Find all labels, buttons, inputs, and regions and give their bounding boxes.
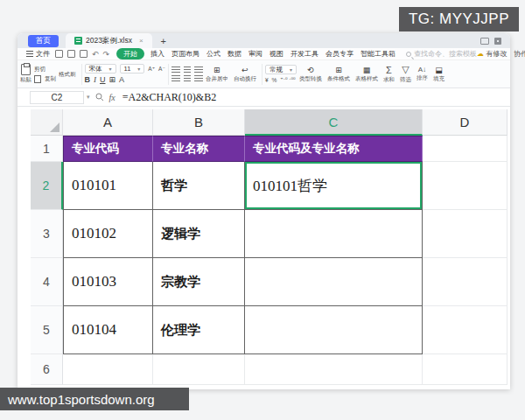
- cell-d2[interactable]: [423, 162, 508, 210]
- cell-a4[interactable]: 010103: [63, 258, 153, 306]
- align-left-icon[interactable]: [172, 75, 180, 82]
- table-row: 2 010101 哲学 010101哲学: [31, 162, 508, 210]
- number-format-select[interactable]: 常规▾: [265, 65, 297, 74]
- row-header-2[interactable]: 2: [31, 162, 63, 210]
- tab-review[interactable]: 审阅: [248, 49, 262, 59]
- merge-center-button[interactable]: ⊞ 合并居中: [206, 66, 228, 83]
- cell-d6[interactable]: [423, 354, 508, 385]
- cell-d3[interactable]: [423, 210, 508, 258]
- tab-membership[interactable]: 会员专享: [326, 49, 354, 59]
- zoom-formula-icon[interactable]: [95, 93, 104, 102]
- spreadsheet-file-icon: [74, 37, 82, 45]
- sort-button[interactable]: A↓ 排序: [416, 66, 428, 82]
- cell-d5[interactable]: [423, 306, 508, 354]
- formula-input[interactable]: =A2&CHAR(10)&B2: [122, 91, 216, 104]
- italic-button[interactable]: I: [94, 75, 96, 84]
- fx-icon[interactable]: fx: [109, 93, 116, 102]
- column-header-b[interactable]: B: [153, 109, 245, 136]
- underline-button[interactable]: U: [100, 75, 106, 84]
- bold-button[interactable]: B: [85, 75, 91, 84]
- conditional-format-button[interactable]: ⊞ 条件格式: [327, 66, 350, 83]
- cell-b4[interactable]: 宗教学: [153, 258, 245, 306]
- cell-d1[interactable]: [423, 136, 508, 162]
- font-size-select[interactable]: 11▾: [120, 64, 145, 74]
- font-name-select[interactable]: 宋体▾: [85, 64, 116, 74]
- cell-a5[interactable]: 010104: [63, 306, 153, 354]
- new-tab-button[interactable]: +: [161, 36, 166, 46]
- collaborate-button[interactable]: 协作: [514, 49, 525, 59]
- row-header-6[interactable]: 6: [31, 354, 63, 385]
- home-button[interactable]: 首页: [28, 35, 59, 47]
- cell-a2[interactable]: 010101: [63, 162, 153, 210]
- modified-status[interactable]: ☁ 有修改: [477, 49, 507, 59]
- cell-c4[interactable]: [245, 258, 423, 306]
- cell-d4[interactable]: [423, 258, 508, 306]
- cell-b6[interactable]: [153, 354, 245, 385]
- undo-icon[interactable]: ↶: [92, 50, 99, 59]
- cell-c6[interactable]: [245, 354, 423, 385]
- percent-button[interactable]: %: [272, 77, 277, 83]
- row-header-4[interactable]: 4: [31, 258, 63, 306]
- cell-b5[interactable]: 伦理学: [153, 306, 245, 354]
- cell-c5[interactable]: [245, 306, 423, 354]
- document-tab[interactable]: 2023案例.xlsx ×: [66, 33, 152, 48]
- tab-smart-toolbox[interactable]: 智能工具箱: [360, 49, 396, 59]
- align-bottom-icon[interactable]: [194, 66, 203, 74]
- column-header-d[interactable]: D: [423, 109, 508, 136]
- select-all-corner[interactable]: [31, 109, 63, 136]
- apps-grid-icon[interactable]: [494, 38, 501, 45]
- column-header-c[interactable]: C: [245, 109, 423, 136]
- align-top-icon[interactable]: [172, 66, 180, 74]
- row-header-3[interactable]: 3: [31, 210, 63, 258]
- command-search-input[interactable]: 查找命令、搜索模板: [406, 49, 477, 59]
- cell-a1[interactable]: 专业代码: [63, 136, 153, 162]
- wrap-text-button[interactable]: ↩ 自动换行: [234, 66, 256, 83]
- align-center-icon[interactable]: [184, 75, 191, 82]
- tab-view[interactable]: 视图: [270, 49, 284, 59]
- save-icon[interactable]: [55, 50, 63, 58]
- tab-data[interactable]: 数据: [228, 49, 242, 59]
- chevron-down-icon[interactable]: ▾: [87, 94, 90, 101]
- table-row: 3 010102 逻辑学: [31, 210, 508, 258]
- cell-b2[interactable]: 哲学: [153, 162, 245, 210]
- file-menu[interactable]: 文件: [26, 49, 50, 59]
- cell-a3[interactable]: 010102: [63, 210, 153, 258]
- tab-page-layout[interactable]: 页面布局: [172, 49, 200, 59]
- shrink-font-button[interactable]: A⁻: [158, 66, 165, 73]
- close-tab-icon[interactable]: ×: [139, 37, 144, 45]
- currency-button[interactable]: ¥: [265, 77, 269, 83]
- format-painter-button[interactable]: 格式刷: [59, 70, 76, 79]
- tab-formulas[interactable]: 公式: [206, 49, 220, 59]
- redo-icon[interactable]: ↷: [103, 50, 110, 59]
- cell-b3[interactable]: 逻辑学: [153, 210, 245, 258]
- borders-button[interactable]: ⊞: [109, 75, 116, 84]
- cell-b1[interactable]: 专业名称: [153, 136, 245, 162]
- preview-icon[interactable]: [80, 50, 88, 58]
- cell-a6[interactable]: [63, 354, 153, 385]
- filter-button[interactable]: ▽ 筛选: [400, 64, 411, 84]
- split-window-icon[interactable]: [480, 38, 489, 45]
- cell-c3[interactable]: [245, 210, 423, 258]
- copy-button[interactable]: 复制: [34, 75, 56, 83]
- row-header-5[interactable]: 5: [31, 306, 63, 354]
- name-box[interactable]: C2: [30, 91, 84, 104]
- column-header-a[interactable]: A: [63, 109, 153, 136]
- tab-home[interactable]: 开始: [116, 48, 144, 60]
- cell-c1[interactable]: 专业代码及专业名称: [245, 136, 423, 162]
- align-middle-icon[interactable]: [184, 66, 191, 74]
- cell-c2-active[interactable]: 010101哲学: [245, 162, 423, 210]
- row-header-1[interactable]: 1: [31, 136, 63, 162]
- table-style-button[interactable]: ▦ 表格样式: [355, 66, 378, 83]
- font-color-button[interactable]: A: [119, 75, 124, 84]
- fill-button[interactable]: ⬓ 填充: [433, 66, 444, 83]
- print-icon[interactable]: [67, 50, 75, 58]
- align-right-icon[interactable]: [194, 75, 203, 82]
- paste-button[interactable]: 粘贴: [20, 64, 32, 84]
- type-convert-button[interactable]: ⟲ 类型转换: [299, 66, 322, 83]
- sum-button[interactable]: Σ 求和: [383, 65, 395, 84]
- cut-button[interactable]: 剪切: [34, 66, 46, 74]
- tab-developer[interactable]: 开发工具: [290, 49, 318, 59]
- tab-insert[interactable]: 插入: [150, 49, 164, 59]
- grow-font-button[interactable]: A⁺: [148, 66, 155, 73]
- decimal-buttons[interactable]: ⁺·⁰ ·⁰⁰: [280, 76, 295, 83]
